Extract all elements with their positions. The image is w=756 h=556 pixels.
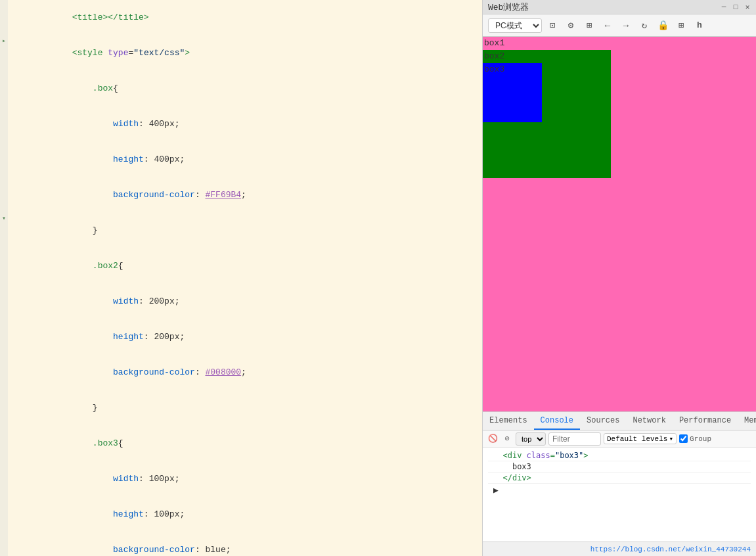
line-marker [0,71,8,106]
tab-network[interactable]: Network [626,412,672,430]
line-content: .box{ [8,71,482,106]
code-lines: <title></title> ▸ <style type="text/css"… [0,0,482,556]
code-line: .box3{ [0,426,482,461]
console-output: <div class="box3"> box3 </div> ▶ [483,448,756,542]
line-marker [0,497,8,532]
tab-performance[interactable]: Performance [673,412,738,430]
line-marker [0,461,8,497]
code-line: ▸ <style type="text/css"> [0,35,482,71]
code-line: width: 400px; [0,106,482,142]
line-marker [0,284,8,319]
line-content: height: 400px; [8,142,482,177]
fullscreen-icon[interactable]: ⊞ [581,18,597,34]
browser-topbar: Web浏览器 ─ □ ✕ [483,0,756,14]
code-editor-panel[interactable]: <title></title> ▸ <style type="text/css"… [0,0,483,556]
settings-icon[interactable]: ⚙ [563,18,579,34]
console-line: box3 [488,461,751,473]
forward-icon[interactable]: → [618,18,634,34]
code-line: background-color: #FF69B4; [0,177,482,213]
preview-area: box1 box2 box3 [483,37,756,411]
console-expand-arrow[interactable]: ▶ [488,484,751,496]
line-content: .box2{ [8,248,482,284]
help-icon[interactable]: h [692,18,707,34]
console-filter-icon[interactable]: ⊘ [501,433,513,445]
line-content: } [8,213,482,248]
console-line: </div> [488,473,751,484]
line-marker: ▾ [0,213,8,248]
line-content: width: 400px; [8,106,482,142]
box1-label: box1 [484,38,504,48]
code-line: .box2{ [0,248,482,284]
devtools-panel: Elements Console Sources Network Perform… [483,411,756,556]
code-line: <title></title> [0,0,482,35]
console-line: <div class="box3"> [488,450,751,461]
code-line: .box{ [0,71,482,106]
line-marker [0,532,8,556]
code-line: height: 200px; [0,319,482,355]
line-marker [0,319,8,355]
line-marker [0,177,8,213]
back-icon[interactable]: ← [600,18,615,34]
line-marker [0,426,8,461]
maximize-icon[interactable]: □ [730,1,742,13]
group-checkbox[interactable] [679,434,688,443]
code-line: ▾ } [0,213,482,248]
default-levels-select[interactable]: Default levels ▾ [604,433,677,444]
mode-select[interactable]: PC模式 手机模式 平板模式 [488,18,542,33]
code-line: } [0,390,482,426]
line-marker [0,106,8,142]
grid-icon[interactable]: ⊞ [673,18,689,34]
group-check[interactable]: Group [679,434,711,443]
top-select[interactable]: top [516,432,546,446]
line-content: <title></title> [8,0,482,35]
close-icon[interactable]: ✕ [742,1,753,13]
minimize-icon[interactable]: ─ [718,1,730,13]
tab-sources[interactable]: Sources [580,412,626,430]
tab-elements[interactable]: Elements [483,412,534,430]
status-bar: https://blog.csdn.net/weixin_44730244 [483,542,756,556]
screenshot-icon[interactable]: ⊡ [545,18,560,34]
box2-label: box2 [484,51,504,61]
line-content: } [8,390,482,426]
lock-icon[interactable]: 🔒 [655,18,671,34]
code-line: height: 400px; [0,142,482,177]
console-clear-icon[interactable]: 🚫 [487,433,499,445]
code-line: background-color: blue; [0,532,482,556]
line-marker [0,248,8,284]
browser-title: Web浏览器 [488,1,529,13]
preview-content: box1 box2 box3 [483,37,756,411]
console-filter-input[interactable] [548,432,601,446]
refresh-icon[interactable]: ↻ [636,18,652,34]
box3-container: box3 [483,63,542,122]
tab-memory[interactable]: Memo... [738,412,756,430]
status-url: https://blog.csdn.net/weixin_44730244 [590,545,751,553]
code-line: height: 100px; [0,497,482,532]
line-content: width: 100px; [8,461,482,497]
box3-label: box3 [484,64,504,74]
devtools-tabs: Elements Console Sources Network Perform… [483,412,756,430]
browser-controls: PC模式 手机模式 平板模式 ⊡ ⚙ ⊞ ← → ↻ 🔒 ⊞ h [483,14,756,37]
line-content: background-color: blue; [8,532,482,556]
code-line: width: 100px; [0,461,482,497]
line-marker: ▸ [0,35,8,71]
line-content: width: 200px; [8,284,482,319]
tab-console[interactable]: Console [534,412,580,430]
line-content: .box3{ [8,426,482,461]
line-marker [0,390,8,426]
line-content: <style type="text/css"> [8,35,482,71]
line-content: height: 200px; [8,319,482,355]
code-line: width: 200px; [0,284,482,319]
line-content: background-color: #FF69B4; [8,177,482,213]
console-toolbar: 🚫 ⊘ top Default levels ▾ Group [483,430,756,448]
line-marker [0,0,8,35]
line-content: background-color: #008000; [8,355,482,390]
line-marker [0,142,8,177]
right-panel: Web浏览器 ─ □ ✕ PC模式 手机模式 平板模式 ⊡ ⚙ ⊞ ← → ↻ … [483,0,756,556]
box2-container: box2 box3 [483,50,611,178]
code-line: background-color: #008000; [0,355,482,390]
line-marker [0,355,8,390]
line-content: height: 100px; [8,497,482,532]
